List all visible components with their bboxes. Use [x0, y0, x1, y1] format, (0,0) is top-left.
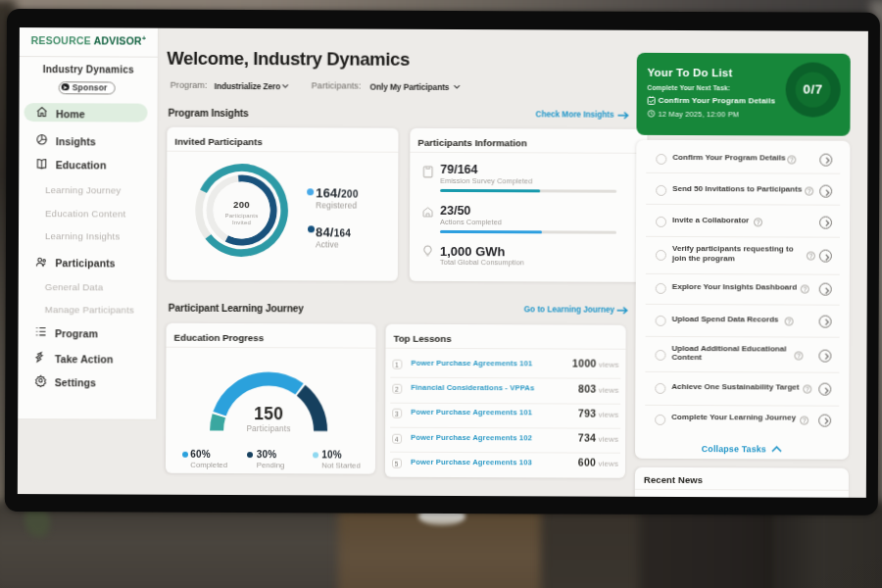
svg-text:Participants: Participants	[247, 425, 291, 434]
svg-text:150: 150	[254, 404, 283, 423]
svg-text:200: 200	[233, 199, 250, 210]
svg-text:Participants: Participants	[224, 213, 258, 219]
svg-text:Invited: Invited	[231, 220, 250, 226]
